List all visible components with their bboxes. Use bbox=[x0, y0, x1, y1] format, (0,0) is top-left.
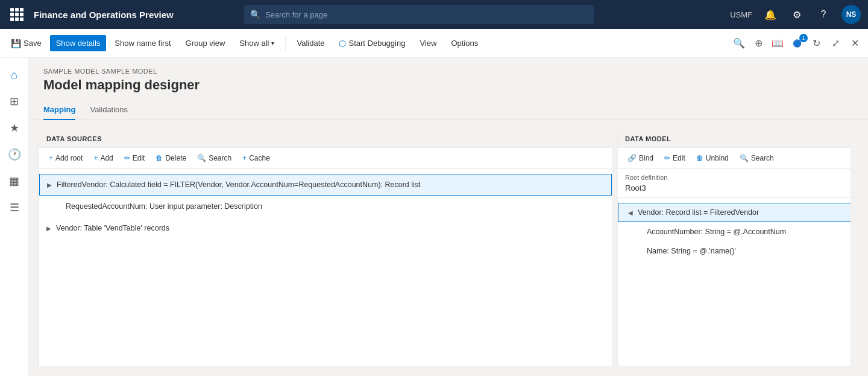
breadcrumb: SAMPLE MODEL SAMPLE MODEL bbox=[43, 68, 854, 75]
model-search-icon: 🔍 bbox=[740, 154, 749, 162]
tab-validations[interactable]: Validations bbox=[90, 100, 128, 120]
global-search-input[interactable] bbox=[265, 10, 588, 19]
add-root-button[interactable]: + Add root bbox=[44, 151, 87, 165]
cache-icon: + bbox=[242, 154, 247, 162]
model-tree-item-text: Vendor: Record list = FilteredVendor bbox=[638, 208, 759, 217]
command-toolbar: 💾 Save Show details Show name first Grou… bbox=[0, 29, 868, 58]
show-details-button[interactable]: Show details bbox=[50, 35, 107, 51]
toolbar-refresh-button[interactable]: ↻ bbox=[808, 35, 825, 52]
model-tree-item-text: AccountNumber: String = @.AccountNum bbox=[647, 228, 786, 236]
options-button[interactable]: Options bbox=[445, 35, 484, 51]
show-all-chevron-icon: ▾ bbox=[271, 40, 274, 46]
right-panel-scrollbar[interactable] bbox=[851, 130, 858, 366]
sidebar-item-workspaces[interactable]: ▦ bbox=[2, 169, 27, 193]
user-label[interactable]: USMF bbox=[730, 10, 752, 19]
notification-bell-button[interactable]: 🔔 bbox=[762, 6, 779, 23]
root-definition-value: Root3 bbox=[625, 183, 851, 193]
data-sources-toolbar: + Add root + Add ✏ Edit 🗑 Delete bbox=[39, 148, 612, 169]
global-search-box[interactable]: 🔍 bbox=[244, 5, 594, 24]
start-debugging-button[interactable]: ⬡ Start Debugging bbox=[333, 35, 411, 52]
page-tabs: Mapping Validations bbox=[29, 100, 868, 120]
cache-button[interactable]: + Cache bbox=[237, 151, 275, 165]
sidebar-item-home[interactable]: ⌂ bbox=[2, 63, 27, 87]
unbind-icon: 🗑 bbox=[696, 154, 703, 162]
search-icon: 🔍 bbox=[197, 154, 206, 162]
sidebar-item-list[interactable]: ☰ bbox=[2, 196, 27, 220]
debug-icon: ⬡ bbox=[339, 39, 346, 48]
search-button[interactable]: 🔍 Search bbox=[192, 151, 236, 165]
bind-icon: 🔗 bbox=[627, 154, 637, 162]
settings-gear-button[interactable]: ⚙ bbox=[788, 6, 805, 23]
unbind-button[interactable]: 🗑 Unbind bbox=[691, 151, 734, 165]
app-grid-button[interactable] bbox=[7, 5, 27, 24]
add-root-label: Add root bbox=[55, 154, 83, 162]
data-model-panel: DATA MODEL 🔗 Bind ✏ Edit 🗑 Unbind bbox=[617, 130, 858, 366]
validate-label: Validate bbox=[297, 39, 324, 48]
user-avatar[interactable]: NS bbox=[841, 5, 861, 24]
search-icon: 🔍 bbox=[250, 10, 260, 19]
app-title: Finance and Operations Preview bbox=[34, 10, 174, 20]
add-button[interactable]: + Add bbox=[89, 151, 118, 165]
edit-button[interactable]: ✏ Edit bbox=[119, 151, 150, 165]
toolbar-search-button[interactable]: 🔍 bbox=[731, 35, 747, 52]
save-icon: 💾 bbox=[11, 39, 21, 48]
main-layout: ⌂ ⊞ ★ 🕐 ▦ ☰ SAMPLE MODEL SAMPLE MODEL Mo… bbox=[0, 58, 868, 376]
data-model-toolbar: 🔗 Bind ✏ Edit 🗑 Unbind 🔍 Search bbox=[618, 148, 858, 169]
model-search-button[interactable]: 🔍 Search bbox=[735, 151, 779, 165]
view-button[interactable]: View bbox=[414, 35, 442, 51]
page-header: SAMPLE MODEL SAMPLE MODEL Model mapping … bbox=[29, 58, 868, 100]
model-edit-button[interactable]: ✏ Edit bbox=[659, 151, 690, 165]
group-view-button[interactable]: Group view bbox=[180, 35, 231, 51]
search-label: Search bbox=[209, 154, 231, 162]
model-search-label: Search bbox=[751, 154, 774, 162]
model-tree-item-account-number[interactable]: ▶ AccountNumber: String = @.AccountNum bbox=[618, 222, 858, 241]
toolbar-connect-button[interactable]: ⊕ bbox=[750, 35, 767, 52]
show-name-first-button[interactable]: Show name first bbox=[108, 35, 177, 51]
start-debugging-label: Start Debugging bbox=[348, 39, 405, 48]
toolbar-expand-button[interactable]: ⤢ bbox=[827, 35, 844, 52]
options-label: Options bbox=[451, 39, 478, 48]
delete-icon: 🗑 bbox=[156, 154, 163, 162]
help-button[interactable]: ? bbox=[815, 6, 832, 23]
add-label: Add bbox=[100, 154, 113, 162]
toolbar-bookmark-button[interactable]: 📖 bbox=[769, 35, 786, 52]
delete-button[interactable]: 🗑 Delete bbox=[151, 151, 191, 165]
model-tree-item-name[interactable]: ▶ Name: String = @.'name()' bbox=[618, 241, 858, 261]
toolbar-close-button[interactable]: ✕ bbox=[846, 35, 863, 52]
model-edit-label: Edit bbox=[673, 154, 685, 162]
group-view-label: Group view bbox=[186, 39, 225, 48]
tree-item-filtered-vendor[interactable]: ▶ FilteredVendor: Calculated field = FIL… bbox=[39, 174, 612, 196]
model-edit-icon: ✏ bbox=[664, 154, 670, 162]
model-tree-item-vendor[interactable]: ◀ Vendor: Record list = FilteredVendor bbox=[618, 203, 858, 222]
edit-icon: ✏ bbox=[124, 154, 130, 162]
sidebar-item-filter[interactable]: ⊞ bbox=[2, 89, 27, 113]
save-button[interactable]: 💾 Save bbox=[5, 35, 48, 52]
tree-item-text: RequestedAccountNum: User input paramete… bbox=[66, 202, 262, 211]
bind-label: Bind bbox=[639, 154, 653, 162]
data-model-header: DATA MODEL bbox=[618, 130, 858, 148]
chevron-icon: ◀ bbox=[626, 208, 635, 217]
tree-item-text: FilteredVendor: Calculated field = FILTE… bbox=[57, 180, 421, 189]
show-all-button[interactable]: Show all ▾ bbox=[233, 35, 280, 51]
toolbar-right-actions: 🔍 ⊕ 📖 🔵 1 ↻ ⤢ ✕ bbox=[731, 35, 863, 52]
cache-label: Cache bbox=[249, 154, 270, 162]
tree-item-requested-account[interactable]: ▶ RequestedAccountNum: User input parame… bbox=[39, 196, 612, 217]
top-navigation: Finance and Operations Preview 🔍 USMF 🔔 … bbox=[0, 0, 868, 29]
content-area: SAMPLE MODEL SAMPLE MODEL Model mapping … bbox=[29, 58, 868, 376]
data-sources-tree: ▶ FilteredVendor: Calculated field = FIL… bbox=[39, 169, 612, 366]
validate-button[interactable]: Validate bbox=[291, 35, 330, 51]
sidebar: ⌂ ⊞ ★ 🕐 ▦ ☰ bbox=[0, 58, 29, 376]
unbind-label: Unbind bbox=[706, 154, 729, 162]
sidebar-item-favorites[interactable]: ★ bbox=[2, 116, 27, 140]
data-model-tree: ◀ Vendor: Record list = FilteredVendor ▶… bbox=[618, 198, 858, 366]
show-all-label: Show all bbox=[239, 39, 269, 48]
tree-item-vendor[interactable]: ▶ Vendor: Table 'VendTable' records bbox=[39, 217, 612, 239]
grid-icon bbox=[10, 8, 24, 21]
sidebar-item-recent[interactable]: 🕐 bbox=[2, 142, 27, 167]
add-icon: + bbox=[93, 154, 98, 162]
page-title: Model mapping designer bbox=[43, 77, 854, 93]
bind-button[interactable]: 🔗 Bind bbox=[623, 151, 658, 165]
model-tree-item-text: Name: String = @.'name()' bbox=[647, 247, 736, 255]
toolbar-badge-button[interactable]: 🔵 1 bbox=[788, 35, 805, 52]
tab-mapping[interactable]: Mapping bbox=[43, 100, 75, 120]
